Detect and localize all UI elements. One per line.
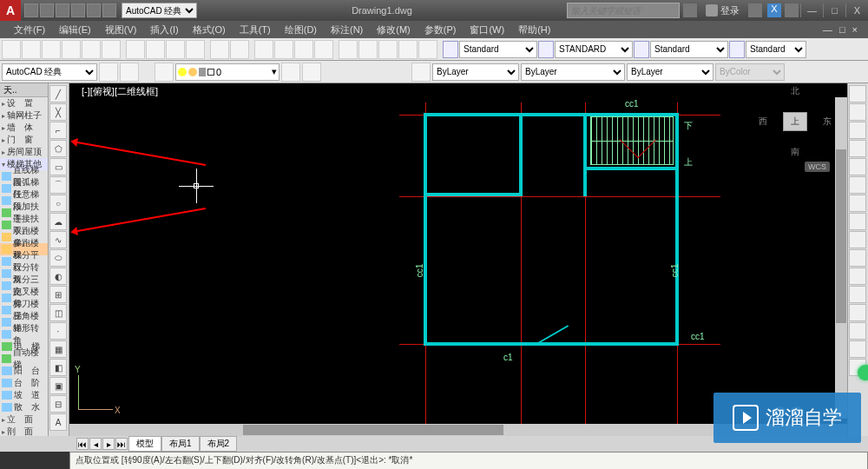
break-icon[interactable] [849, 286, 866, 303]
menu-format[interactable]: 格式(O) [186, 23, 233, 36]
tab-first-icon[interactable]: ⏮ [76, 438, 89, 450]
compass-e[interactable]: 东 [823, 116, 832, 128]
block-icon[interactable]: ◫ [49, 304, 67, 321]
mtext-icon[interactable]: A [49, 413, 67, 431]
match-icon[interactable] [186, 40, 205, 59]
menu-view[interactable]: 视图(V) [98, 23, 144, 36]
lineweight-select[interactable]: ByLayer [627, 63, 713, 81]
qat-save-icon[interactable] [56, 3, 69, 17]
textstyle-icon[interactable] [538, 41, 554, 58]
zoom-prev-icon[interactable] [314, 40, 333, 59]
viewport-label[interactable]: [-][俯视][二维线框] [82, 85, 158, 98]
ws-gear-icon[interactable] [99, 63, 118, 82]
table-icon[interactable]: ⊟ [49, 395, 67, 413]
compass-n[interactable]: 北 [791, 85, 799, 97]
prop-icon[interactable] [339, 40, 358, 59]
point-icon[interactable]: · [49, 322, 67, 340]
tab-last-icon[interactable]: ⏭ [115, 438, 128, 450]
polygon-icon[interactable]: ⬠ [49, 140, 67, 157]
tab-layout2[interactable]: 布局2 [200, 436, 238, 452]
sheet-icon[interactable] [398, 40, 418, 59]
compass-w[interactable]: 西 [759, 116, 767, 128]
login-button[interactable]: 登录 [706, 4, 740, 17]
tab-next-icon[interactable]: ▸ [102, 438, 115, 450]
help-icon[interactable] [785, 3, 799, 17]
zoom-win-icon[interactable] [294, 40, 313, 59]
insert-icon[interactable]: ⊞ [49, 286, 67, 303]
qat-redo-icon[interactable] [102, 3, 116, 17]
layer-iso-icon[interactable] [281, 63, 300, 82]
revcloud-icon[interactable]: ☁ [49, 213, 67, 230]
group-grid[interactable]: ▸轴网柱子 [0, 109, 48, 122]
circle-icon[interactable]: ○ [49, 195, 67, 212]
scale-icon[interactable] [849, 213, 866, 230]
qat-print-icon[interactable] [71, 3, 85, 17]
qat-open-icon[interactable] [40, 3, 54, 17]
escalator[interactable]: 自动楼梯 [0, 353, 48, 365]
ellipse-arc-icon[interactable]: ◐ [49, 268, 67, 285]
tool-pal-icon[interactable] [378, 40, 398, 59]
group-door[interactable]: ▸门 窗 [0, 134, 48, 146]
wcs-label[interactable]: WCS [805, 162, 830, 172]
tab-layout1[interactable]: 布局1 [161, 436, 200, 452]
print-icon[interactable] [62, 40, 81, 59]
ramp[interactable]: 坡 道 [0, 389, 48, 401]
layer-prop-icon[interactable] [155, 63, 174, 82]
maximize-button[interactable]: □ [823, 3, 845, 17]
dsg-icon[interactable] [358, 40, 378, 59]
panel-title[interactable]: 天.. [0, 83, 48, 97]
search-input[interactable] [567, 3, 680, 18]
doc-min-icon[interactable]: — [819, 24, 836, 35]
stair-rect[interactable]: 矩形转角 [0, 328, 48, 340]
cut-icon[interactable] [126, 40, 145, 59]
rotate-icon[interactable] [849, 195, 866, 212]
apron[interactable]: 散 水 [0, 401, 48, 413]
tab-prev-icon[interactable]: ◂ [89, 438, 102, 450]
pan-icon[interactable] [254, 40, 273, 59]
chamfer-icon[interactable] [849, 322, 866, 340]
mleader-select[interactable]: Standard [746, 41, 806, 58]
stretch-icon[interactable] [849, 231, 866, 248]
minimize-button[interactable]: — [800, 3, 823, 17]
doc-max-icon[interactable]: □ [836, 24, 849, 35]
linetype-select[interactable]: ByLayer [521, 63, 625, 81]
group-elev[interactable]: ▸立 面 [0, 413, 48, 426]
tablestyle-select[interactable]: Standard [650, 41, 728, 58]
exchange-icon[interactable] [748, 3, 762, 17]
search-icon[interactable] [683, 3, 697, 17]
qat-new-icon[interactable] [24, 3, 38, 17]
group-room[interactable]: ▸房间屋顶 [0, 146, 48, 158]
view-cube[interactable]: 北 南 东 西 上 [760, 87, 830, 156]
menu-param[interactable]: 参数(P) [418, 23, 464, 36]
dimstyle-icon[interactable] [443, 41, 458, 58]
undo-icon[interactable] [210, 40, 229, 59]
arc-icon[interactable]: ⌒ [49, 176, 67, 194]
menu-tools[interactable]: 工具(T) [233, 23, 278, 36]
workspace-select-2[interactable]: AutoCAD 经典 [2, 63, 97, 81]
mirror-icon[interactable] [849, 122, 866, 139]
gradient-icon[interactable]: ◧ [49, 359, 67, 376]
trim-icon[interactable] [849, 249, 866, 267]
steps[interactable]: 台 阶 [0, 377, 48, 389]
workspace-select[interactable]: AutoCAD 经典 [122, 3, 197, 18]
compass-s[interactable]: 南 [791, 146, 799, 158]
color-select[interactable]: ByLayer [432, 63, 519, 81]
extend-icon[interactable] [849, 268, 866, 285]
offset-icon[interactable] [849, 140, 866, 157]
ws-save-icon[interactable] [120, 63, 139, 82]
tab-model[interactable]: 模型 [128, 436, 161, 452]
line-icon[interactable]: ╱ [49, 85, 67, 102]
menu-insert[interactable]: 插入(I) [143, 23, 185, 36]
preview-icon[interactable] [82, 40, 101, 59]
menu-dim[interactable]: 标注(N) [324, 23, 370, 36]
menu-window[interactable]: 窗口(W) [463, 23, 511, 36]
menu-modify[interactable]: 修改(M) [370, 23, 418, 36]
menu-edit[interactable]: 编辑(E) [52, 23, 98, 36]
group-sect[interactable]: ▸剖 面 [0, 426, 48, 436]
textstyle-select[interactable]: STANDARD [555, 41, 633, 58]
hatch-icon[interactable]: ▦ [49, 340, 67, 358]
qat-undo-icon[interactable] [87, 3, 101, 17]
vertical-scrollbar[interactable] [835, 97, 847, 419]
zoom-icon[interactable] [274, 40, 293, 59]
erase-icon[interactable] [849, 85, 866, 102]
